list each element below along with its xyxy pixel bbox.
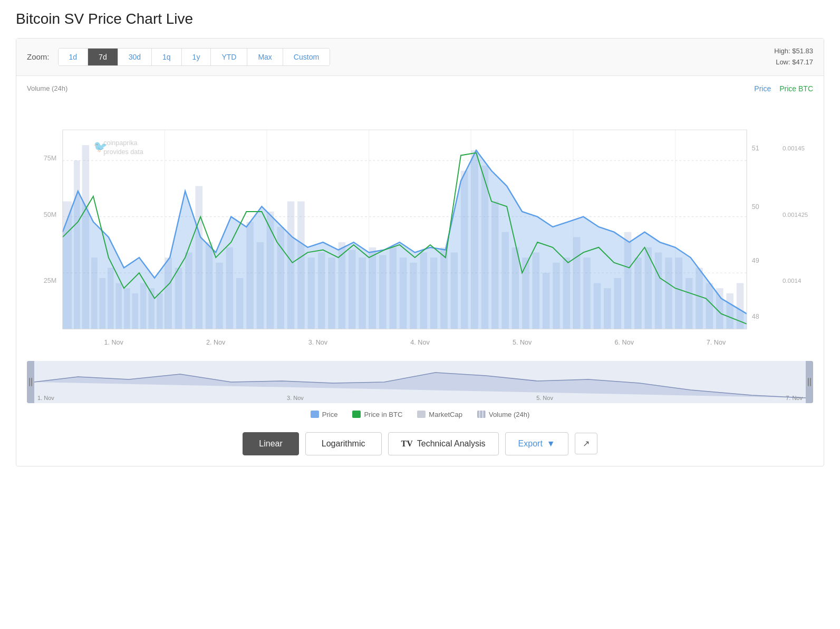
technical-analysis-button[interactable]: TV Technical Analysis [388, 432, 499, 455]
legend-marketcap-label: MarketCap [429, 411, 462, 418]
zoom-max[interactable]: Max [247, 49, 283, 65]
legend-btc-label: Price in BTC [364, 411, 402, 418]
svg-text:1. Nov: 1. Nov [104, 338, 123, 346]
svg-text:75M: 75M [44, 155, 56, 162]
svg-text:🐦: 🐦 [93, 139, 108, 153]
zoom-1d[interactable]: 1d [59, 49, 89, 65]
logarithmic-button[interactable]: Logarithmic [305, 432, 382, 455]
svg-text:coinpaprika: coinpaprika [103, 139, 137, 147]
svg-text:51: 51 [752, 144, 759, 151]
legend-price-btc: Price in BTC [352, 411, 402, 418]
legend-price-label: Price [322, 411, 338, 418]
legend-price: Price [311, 411, 338, 418]
chart-container: Zoom: 1d 7d 30d 1q 1y YTD Max Custom Hig… [16, 38, 824, 466]
svg-text:25M: 25M [44, 277, 56, 284]
svg-text:0.00145: 0.00145 [783, 144, 805, 151]
low-value: Low: $47.17 [774, 57, 813, 68]
legend-price-swatch [311, 411, 319, 418]
legend-volume-swatch [477, 411, 486, 418]
svg-text:provides data: provides data [103, 148, 143, 155]
svg-text:4. Nov: 4. Nov [410, 338, 430, 346]
navigator-handle-right[interactable] [806, 361, 813, 403]
zoom-1y[interactable]: 1y [182, 49, 211, 65]
export-label: Export [518, 439, 543, 449]
page-title: Bitcoin SV Price Chart Live [16, 11, 824, 27]
svg-text:0.0014: 0.0014 [783, 277, 802, 284]
svg-text:7. Nov: 7. Nov [707, 338, 726, 346]
legend-btc-swatch [352, 411, 361, 418]
navigator-date-labels: 1. Nov 3. Nov 5. Nov 7. Nov [27, 395, 813, 401]
zoom-ytd[interactable]: YTD [211, 49, 247, 65]
bottom-controls: Linear Logarithmic TV Technical Analysis… [16, 424, 824, 466]
nav-date-1: 1. Nov [37, 395, 54, 401]
navigator[interactable]: 1. Nov 3. Nov 5. Nov 7. Nov [27, 361, 813, 403]
export-button[interactable]: Export ▼ [505, 432, 568, 455]
zoom-label: Zoom: [27, 52, 50, 61]
main-chart: 75M 50M 25M 51 50 49 48 0.00145 0.001425… [27, 95, 813, 359]
high-value: High: $51.83 [774, 46, 813, 57]
zoom-buttons: 1d 7d 30d 1q 1y YTD Max Custom [58, 48, 331, 66]
zoom-info: High: $51.83 Low: $47.17 [774, 46, 813, 68]
legend-volume-label: Volume (24h) [489, 411, 529, 418]
svg-text:5. Nov: 5. Nov [513, 338, 532, 346]
tradingview-logo: TV [401, 439, 413, 449]
nav-date-2: 3. Nov [287, 395, 304, 401]
svg-text:50M: 50M [44, 211, 56, 218]
legend-volume: Volume (24h) [477, 411, 529, 418]
legend-marketcap: MarketCap [417, 411, 462, 418]
zoom-bar: Zoom: 1d 7d 30d 1q 1y YTD Max Custom Hig… [16, 39, 824, 76]
legend-marketcap-swatch [417, 411, 426, 418]
nav-date-3: 5. Nov [536, 395, 553, 401]
zoom-custom[interactable]: Custom [283, 49, 330, 65]
svg-text:48: 48 [752, 313, 759, 320]
chart-legend-row: Volume (24h) Price Price BTC [27, 84, 813, 93]
navigator-handle-left[interactable] [27, 361, 34, 403]
chart-legend: Price Price in BTC MarketCap Volume (24h… [16, 403, 824, 424]
price-labels: Price Price BTC [754, 84, 813, 93]
export-dropdown-icon: ▼ [547, 439, 555, 449]
expand-button[interactable]: ↗ [575, 433, 597, 454]
expand-icon: ↗ [583, 439, 590, 448]
zoom-7d[interactable]: 7d [88, 49, 118, 65]
volume-label: Volume (24h) [27, 84, 67, 92]
zoom-30d[interactable]: 30d [118, 49, 152, 65]
linear-button[interactable]: Linear [243, 432, 298, 455]
nav-date-4: 7. Nov [786, 395, 803, 401]
chart-area: Volume (24h) Price Price BTC 75M 50M 25M… [16, 76, 824, 359]
svg-text:50: 50 [752, 203, 759, 211]
price-btc-label[interactable]: Price BTC [779, 84, 813, 93]
svg-text:6. Nov: 6. Nov [615, 338, 634, 346]
technical-analysis-label: Technical Analysis [417, 439, 486, 449]
zoom-1q[interactable]: 1q [152, 49, 182, 65]
svg-text:3. Nov: 3. Nov [308, 338, 328, 346]
svg-text:49: 49 [752, 256, 759, 264]
svg-text:2. Nov: 2. Nov [206, 338, 226, 346]
svg-text:0.001425: 0.001425 [783, 211, 808, 217]
price-label[interactable]: Price [754, 84, 771, 93]
